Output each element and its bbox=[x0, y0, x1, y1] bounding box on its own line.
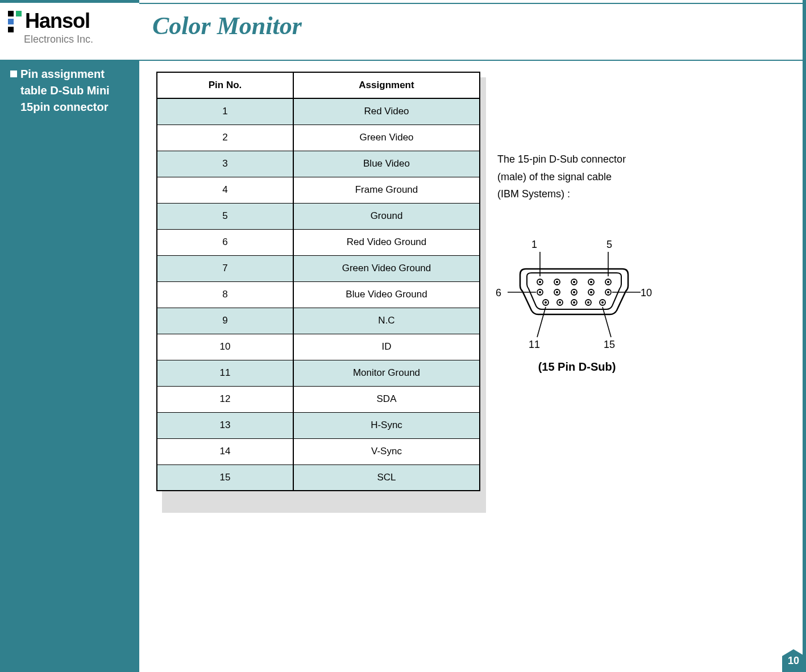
table-row: 12SDA bbox=[157, 386, 480, 412]
cell-pin: 10 bbox=[157, 334, 293, 360]
logo-subtitle: Electronics Inc. bbox=[24, 34, 131, 45]
table-row: 6Red Video Ground bbox=[157, 229, 480, 255]
cell-assign: Blue Video Ground bbox=[293, 281, 480, 308]
cell-pin: 7 bbox=[157, 255, 293, 281]
cell-assign: Blue Video bbox=[293, 151, 480, 177]
svg-point-31 bbox=[587, 301, 589, 304]
cell-assign: N.C bbox=[293, 308, 480, 334]
cell-pin: 5 bbox=[157, 203, 293, 229]
cell-pin: 4 bbox=[157, 177, 293, 203]
cell-assign: Green Video Ground bbox=[293, 255, 480, 281]
svg-point-21 bbox=[590, 291, 592, 293]
svg-point-17 bbox=[556, 291, 558, 293]
pin-label-6: 6 bbox=[496, 287, 501, 299]
table-row: 15SCL bbox=[157, 464, 480, 491]
cell-pin: 12 bbox=[157, 386, 293, 412]
cell-pin: 1 bbox=[157, 98, 293, 125]
logo: Hansol bbox=[8, 11, 131, 35]
dsub-connector-icon bbox=[503, 249, 645, 340]
table-row: 8Blue Video Ground bbox=[157, 281, 480, 308]
logo-name: Hansol bbox=[25, 11, 90, 31]
svg-point-27 bbox=[559, 301, 561, 304]
svg-rect-2 bbox=[8, 19, 14, 24]
table-row: 11Monitor Ground bbox=[157, 360, 480, 386]
sidebar-heading-line2: table D-Sub Mini bbox=[10, 82, 132, 99]
diagram-subtitle: (15 Pin D-Sub) bbox=[497, 360, 657, 374]
cell-assign: Ground bbox=[293, 203, 480, 229]
table-row: 3Blue Video bbox=[157, 151, 480, 177]
sidebar: Hansol Electronics Inc. Pin assignment t… bbox=[0, 0, 139, 672]
square-bullet-icon bbox=[10, 70, 17, 77]
table-header-pin: Pin No. bbox=[157, 72, 293, 98]
table-row: 9N.C bbox=[157, 308, 480, 334]
cell-assign: Frame Ground bbox=[293, 177, 480, 203]
cell-pin: 15 bbox=[157, 464, 293, 491]
page-number: 10 bbox=[788, 655, 799, 667]
pin-label-15: 15 bbox=[604, 339, 615, 351]
connector-description: The 15-pin D-Sub connector (male) of the… bbox=[497, 151, 668, 203]
cell-assign: Green Video bbox=[293, 125, 480, 151]
table-row: 10ID bbox=[157, 334, 480, 360]
hansol-logo-mark-icon bbox=[8, 11, 22, 35]
cell-pin: 14 bbox=[157, 438, 293, 464]
pin-label-11: 11 bbox=[529, 339, 540, 351]
svg-rect-1 bbox=[16, 11, 22, 16]
svg-point-11 bbox=[590, 281, 592, 283]
desc-line2: (male) of the signal cable bbox=[497, 168, 668, 186]
table-row: 1Red Video bbox=[157, 98, 480, 125]
table-row: 7Green Video Ground bbox=[157, 255, 480, 281]
cell-assign: V-Sync bbox=[293, 438, 480, 464]
cell-assign: Red Video bbox=[293, 98, 480, 125]
table-row: 4Frame Ground bbox=[157, 177, 480, 203]
desc-line3: (IBM Systems) : bbox=[497, 185, 668, 203]
svg-point-29 bbox=[573, 301, 575, 304]
sidebar-heading-line1: Pin assignment bbox=[20, 68, 105, 80]
svg-point-7 bbox=[556, 281, 558, 283]
table-row: 14V-Sync bbox=[157, 438, 480, 464]
sidebar-heading-line3: 15pin connector bbox=[10, 99, 132, 115]
page-number-badge: 10 bbox=[782, 649, 805, 672]
cell-assign: ID bbox=[293, 334, 480, 360]
cell-assign: H-Sync bbox=[293, 412, 480, 438]
cell-pin: 13 bbox=[157, 412, 293, 438]
cell-pin: 6 bbox=[157, 229, 293, 255]
pin-table-container: Pin No. Assignment 1Red Video 2Green Vid… bbox=[156, 72, 480, 491]
cell-pin: 8 bbox=[157, 281, 293, 308]
cell-pin: 2 bbox=[157, 125, 293, 151]
sidebar-heading: Pin assignment table D-Sub Mini 15pin co… bbox=[10, 66, 132, 115]
pin-assignment-table: Pin No. Assignment 1Red Video 2Green Vid… bbox=[156, 72, 480, 491]
cell-pin: 11 bbox=[157, 360, 293, 386]
right-page-border bbox=[803, 0, 806, 672]
table-row: 13H-Sync bbox=[157, 412, 480, 438]
svg-rect-3 bbox=[8, 27, 14, 32]
svg-rect-0 bbox=[8, 11, 14, 16]
table-row: 5Ground bbox=[157, 203, 480, 229]
cell-pin: 9 bbox=[157, 308, 293, 334]
cell-assign: SCL bbox=[293, 464, 480, 491]
table-header-assignment: Assignment bbox=[293, 72, 480, 98]
svg-point-5 bbox=[539, 281, 541, 283]
header-rule-bottom bbox=[139, 60, 803, 61]
cell-assign: SDA bbox=[293, 386, 480, 412]
svg-point-15 bbox=[539, 291, 541, 293]
cell-pin: 3 bbox=[157, 151, 293, 177]
cell-assign: Monitor Ground bbox=[293, 360, 480, 386]
logo-box: Hansol Electronics Inc. bbox=[0, 3, 139, 60]
svg-point-19 bbox=[573, 291, 575, 293]
cell-assign: Red Video Ground bbox=[293, 229, 480, 255]
svg-point-13 bbox=[607, 281, 609, 283]
svg-point-25 bbox=[545, 301, 547, 304]
svg-point-33 bbox=[601, 301, 604, 304]
page-title: Color Monitor bbox=[152, 11, 302, 40]
svg-point-23 bbox=[607, 291, 609, 293]
svg-point-9 bbox=[573, 281, 575, 283]
table-row: 2Green Video bbox=[157, 125, 480, 151]
desc-line1: The 15-pin D-Sub connector bbox=[497, 151, 668, 168]
